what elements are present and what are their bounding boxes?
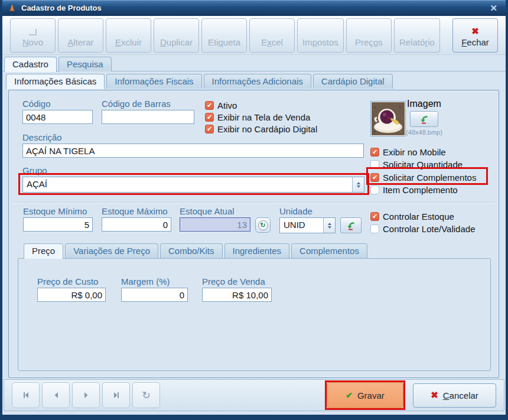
codigo-barras-label: Código de Barras	[102, 99, 194, 109]
novo-button[interactable]: Novo	[10, 18, 56, 53]
etiqueta-button[interactable]: Etiqueta	[201, 18, 247, 53]
exibir-mobile-checkbox-row[interactable]: ✔ Exibir no Mobile	[370, 146, 476, 158]
tab-pesquisa[interactable]: Pesquisa	[58, 57, 112, 71]
tab-informacoes-adicionais[interactable]: Informações Adicionais	[204, 74, 311, 89]
stock-flags: ✔ Controlar Estoque Controlar Lote/Valid…	[370, 210, 476, 235]
main-tabstrip: Cadastro Pesquisa	[2, 55, 506, 71]
check-icon: ✔	[346, 390, 353, 400]
checkbox-checked-icon[interactable]: ✔	[370, 173, 379, 182]
tab-combo-kits[interactable]: Combo/Kits	[160, 243, 223, 258]
checkbox-checked-icon[interactable]: ✔	[205, 113, 214, 122]
estoque-atual-field: Estoque Atual	[180, 206, 250, 232]
precos-button[interactable]: Preços	[346, 18, 392, 53]
margem-input[interactable]	[121, 288, 188, 302]
duplicar-button[interactable]: Duplicar	[154, 18, 199, 53]
codigo-field: Código	[22, 99, 93, 124]
section-divider	[12, 202, 496, 203]
tab-informacoes-fiscais[interactable]: Informações Fiscais	[106, 74, 201, 89]
bottom-bar: ↻ ✔ Gravar ✖ Cancelar	[4, 379, 504, 411]
unidade-value: UNID	[280, 218, 323, 233]
unidade-select[interactable]: UNID	[279, 217, 336, 233]
fechar-button[interactable]: ✖ Fechar	[452, 18, 498, 53]
codigo-label: Código	[22, 99, 93, 109]
checkbox-checked-icon[interactable]: ✔	[205, 101, 214, 110]
spinner-arrows-icon[interactable]	[352, 177, 364, 192]
top-flags: ✔ Ativo ✔ Exibir na Tela de Venda ✔ Exib…	[205, 100, 317, 135]
estoque-maximo-input[interactable]	[102, 217, 171, 232]
checkbox-unchecked-icon[interactable]	[370, 224, 379, 233]
toolbar: Novo Alterar Excluir Duplicar Etiqueta E…	[2, 16, 506, 55]
solicitar-complementos-checkbox-row[interactable]: ✔ Solicitar Complementos	[370, 171, 476, 183]
tab-ingredientes[interactable]: Ingredientes	[224, 243, 290, 258]
grupo-field: Grupo AÇAÍ	[22, 165, 364, 193]
unidade-field: Unidade UNID	[279, 206, 336, 233]
tab-informacoes-basicas[interactable]: Informações Básicas	[6, 74, 105, 89]
alterar-button[interactable]: Alterar	[58, 18, 103, 53]
tab-variacoes-preco[interactable]: Variações de Preço	[65, 243, 158, 258]
descricao-label: Descrição	[22, 132, 364, 142]
preco-tab-page: Preço de Custo Margem (%) Preço de Venda	[18, 258, 491, 371]
image-controls: Imagem (48x48.bmp)	[402, 99, 446, 136]
window-close-icon[interactable]: ✕	[486, 3, 501, 14]
refresh-circle-icon: ↻	[258, 220, 268, 230]
cadastro-tab-page: Informações Básicas Informações Fiscais …	[2, 71, 506, 412]
tab-cadastro[interactable]: Cadastro	[4, 57, 57, 72]
nav-refresh-button[interactable]: ↻	[132, 382, 160, 408]
descricao-input[interactable]	[22, 144, 364, 158]
checkbox-unchecked-icon[interactable]	[370, 185, 379, 194]
nav-next-button[interactable]	[72, 382, 100, 408]
preco-venda-input[interactable]	[202, 288, 272, 302]
controlar-lote-checkbox-row[interactable]: Controlar Lote/Validade	[370, 223, 476, 235]
grupo-select[interactable]: AÇAÍ	[22, 177, 364, 193]
nav-last-icon	[112, 391, 121, 399]
import-arrow-icon	[419, 115, 429, 124]
tab-cardapio-digital[interactable]: Cardápio Digital	[313, 74, 393, 89]
checkbox-unchecked-icon[interactable]	[370, 160, 379, 169]
grupo-value: AÇAÍ	[23, 177, 352, 192]
mobile-flags: ✔ Exibir no Mobile Solicitar Quantidade …	[370, 146, 476, 196]
preco-custo-field: Preço de Custo	[37, 276, 106, 302]
tab-preco[interactable]: Preço	[24, 243, 63, 259]
impostos-button[interactable]: Impostos	[297, 18, 344, 53]
recalculate-stock-button[interactable]: ↻	[255, 217, 271, 233]
nav-last-button[interactable]	[102, 382, 130, 408]
descricao-field: Descrição	[22, 132, 364, 158]
app-icon	[7, 3, 17, 13]
controlar-estoque-checkbox-row[interactable]: ✔ Controlar Estoque	[370, 210, 476, 222]
item-complemento-checkbox-row[interactable]: Item Complemento	[370, 184, 476, 196]
solicitar-quantidade-checkbox-row[interactable]: Solicitar Quantidade	[370, 158, 476, 170]
excel-button[interactable]: Excel	[249, 18, 295, 53]
estoque-minimo-field: Estoque Mínimo	[23, 206, 93, 232]
unidade-import-button[interactable]	[340, 217, 362, 233]
preco-custo-label: Preço de Custo	[37, 276, 106, 286]
estoque-minimo-input[interactable]	[23, 217, 93, 232]
nav-previous-button[interactable]	[42, 382, 70, 408]
preco-custo-input[interactable]	[37, 288, 106, 302]
excluir-button[interactable]: Excluir	[106, 18, 151, 53]
acai-bowl-image	[372, 102, 405, 135]
estoque-atual-label: Estoque Atual	[180, 206, 250, 216]
codigo-barras-input[interactable]	[102, 110, 194, 124]
exibir-tela-venda-checkbox-row[interactable]: ✔ Exibir na Tela de Venda	[205, 112, 317, 123]
cone-icon	[8, 4, 16, 12]
image-size-caption: (48x48.bmp)	[406, 129, 442, 136]
imagem-label: Imagem	[407, 99, 441, 109]
spinner-arrows-icon[interactable]	[323, 218, 335, 233]
cancelar-button[interactable]: ✖ Cancelar	[413, 383, 496, 408]
codigo-input[interactable]	[22, 110, 93, 124]
informacoes-basicas-panel: Código Código de Barras ✔ Ativo ✔ Exibir…	[8, 90, 499, 378]
nav-first-button[interactable]	[12, 382, 40, 408]
nav-first-icon	[22, 391, 30, 399]
highlight-box-gravar: ✔ Gravar	[325, 380, 405, 410]
tab-complementos[interactable]: Complementos	[291, 243, 367, 258]
gravar-button[interactable]: ✔ Gravar	[327, 382, 403, 408]
load-image-button[interactable]	[410, 111, 438, 127]
estoque-atual-input	[180, 217, 250, 232]
relatorio-button[interactable]: Relatório	[394, 18, 440, 53]
checkbox-checked-icon[interactable]: ✔	[370, 212, 379, 221]
cadastro-de-produtos-window: Cadastro de Produtos ✕ Novo Alterar Excl…	[0, 0, 508, 420]
checkbox-checked-icon[interactable]: ✔	[370, 148, 379, 157]
titlebar: Cadastro de Produtos ✕	[2, 0, 506, 16]
ativo-checkbox-row[interactable]: ✔ Ativo	[205, 100, 317, 111]
preco-venda-label: Preço de Venda	[202, 276, 272, 286]
